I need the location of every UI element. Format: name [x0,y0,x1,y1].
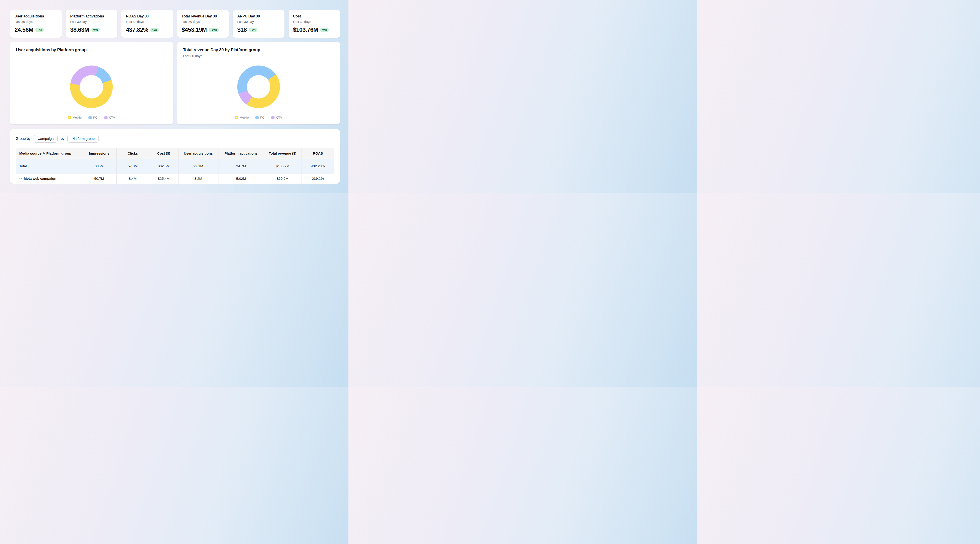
kpi-title: ROAS Day 30 [126,14,169,18]
column-header-cost: Cost ($) [149,148,178,159]
kpi-title: Platform activations [70,14,113,18]
cell-roas: 432.29% [301,159,334,174]
column-header-impressions: Impressions [82,148,116,159]
kpi-value: 38.63M [70,26,89,33]
breakdown-table-card: Group by Campaign by Platform group Medi… [10,129,340,184]
column-header-total-revenue: Total revenue ($) [264,148,301,159]
table-row-total: Total 336M 57.3M $92.5M 22.1M 34.7M $400… [16,159,334,174]
donut-chart-total-revenue [237,65,280,108]
checkbox-swatch-ctv-icon[interactable]: ✓ [104,116,108,119]
kpi-period: Last 30 days [237,20,280,24]
kpi-period: Last 30 days [14,20,57,24]
kpi-title: Total revenue Day 30 [182,14,224,18]
delta-badge: +1% [150,28,159,32]
cell-platform-activations: 5.02M [218,174,264,184]
breakdown-table: Media source ↳ Platform group Impression… [16,148,334,184]
cell-total-revenue: $400.2M [264,159,301,174]
cell-clicks: 8.4M [116,174,149,184]
cell-roas: 239.2% [301,174,334,184]
legend-label: Mobile [73,116,82,119]
cell-impressions: 50.7M [82,174,116,184]
group-by-connector: by [60,137,64,141]
column-header-user-acquisitions: User acquisitions [178,148,218,159]
chart-card-total-revenue: Total revenue Day 30 by Platform group L… [177,42,340,124]
column-header-roas: ROAS [301,148,334,159]
kpi-row: User acquisitions Last 30 days 24.56M +7… [10,10,340,38]
cell-cost: $92.5M [149,159,178,174]
kpi-title: User acquisitions [14,14,57,18]
checkbox-swatch-pc-icon[interactable]: ✓ [89,116,92,119]
delta-badge: +7% [35,28,44,32]
checkbox-swatch-mobile-icon[interactable]: ✓ [68,116,71,119]
legend-item-ctv[interactable]: ✓ CTV [271,116,282,119]
legend-item-mobile[interactable]: ✓ Mobile [68,116,82,119]
kpi-card-platform-activations: Platform activations Last 30 days 38.63M… [66,10,118,38]
kpi-card-arpu-day-30: ARPU Day 30 Last 30 days $18 +7% [233,10,285,38]
legend-item-pc[interactable]: ✓ PC [89,116,97,119]
chart-legend: ✓ Mobile ✓ PC ✓ CTV [10,116,173,119]
charts-row: User acquisitions by Platform group ✓ Mo… [10,42,340,124]
legend-item-ctv[interactable]: ✓ CTV [104,116,115,119]
column-header-clicks: Clicks [116,148,149,159]
group-by-second-select[interactable]: Platform group [67,135,99,143]
table-row-meta-web-campaign[interactable]: Meta web campaign 50.7M 8.4M $25.4M 3.2M… [16,174,334,184]
donut-chart-user-acquisitions [70,65,113,108]
row-label: Meta web campaign [16,174,82,184]
legend-label: PC [93,116,97,119]
cell-user-acquisitions: 22.1M [178,159,218,174]
cell-impressions: 336M [82,159,116,174]
group-by-label: Group by [16,137,30,141]
delta-badge: +7% [249,28,257,32]
chart-title: Total revenue Day 30 by Platform group [183,48,334,52]
chart-card-user-acquisitions: User acquisitions by Platform group ✓ Mo… [10,42,173,124]
column-header-platform-activations: Platform activations [218,148,264,159]
kpi-value: 24.56M [14,26,33,33]
checkbox-swatch-pc-icon[interactable]: ✓ [255,116,259,119]
legend-label: PC [260,116,264,119]
group-by-first-select[interactable]: Campaign [33,135,58,143]
kpi-period: Last 30 days [182,20,224,24]
table-header-row: Media source ↳ Platform group Impression… [16,148,334,159]
delta-badge: +9% [320,28,328,32]
kpi-value: 437.82% [126,26,148,33]
kpi-card-roas-day-30: ROAS Day 30 Last 30 days 437.82% +1% [121,10,173,38]
kpi-period: Last 30 days [126,20,169,24]
kpi-card-user-acquisitions: User acquisitions Last 30 days 24.56M +7… [10,10,62,38]
campaign-name: Meta web campaign [24,176,56,181]
legend-item-pc[interactable]: ✓ PC [255,116,264,119]
column-header-media-source: Media source ↳ Platform group [16,148,82,159]
kpi-card-cost: Cost Last 30 days $103.76M +9% [288,10,340,38]
kpi-title: ARPU Day 30 [237,14,280,18]
cell-platform-activations: 34.7M [218,159,264,174]
chart-legend: ✓ Mobile ✓ PC ✓ CTV [177,116,340,119]
kpi-title: Cost [293,14,336,18]
cell-user-acquisitions: 3.2M [178,174,218,184]
chart-title: User acquisitions by Platform group [16,48,167,52]
chart-subtitle: Last 30 days [183,54,334,58]
kpi-value: $18 [237,26,247,33]
cell-clicks: 57.3M [116,159,149,174]
group-by-controls: Group by Campaign by Platform group [16,135,334,143]
delta-badge: +10% [209,28,219,32]
legend-label: CTV [109,116,115,119]
cell-cost: $25.4M [149,174,178,184]
dashboard: User acquisitions Last 30 days 24.56M +7… [10,0,340,184]
delta-badge: +9% [91,28,100,32]
chevron-down-icon[interactable] [19,178,22,179]
kpi-value: $103.76M [293,26,318,33]
cell-total-revenue: $60.9M [264,174,301,184]
row-label: Total [16,159,82,174]
kpi-period: Last 30 days [293,20,336,24]
checkbox-swatch-ctv-icon[interactable]: ✓ [271,116,275,119]
legend-label: Mobile [240,116,249,119]
legend-label: CTV [276,116,282,119]
kpi-value: $453.19M [182,26,207,33]
legend-item-mobile[interactable]: ✓ Mobile [235,116,249,119]
checkbox-swatch-mobile-icon[interactable]: ✓ [235,116,238,119]
kpi-period: Last 30 days [70,20,113,24]
kpi-card-total-revenue-day-30: Total revenue Day 30 Last 30 days $453.1… [177,10,229,38]
